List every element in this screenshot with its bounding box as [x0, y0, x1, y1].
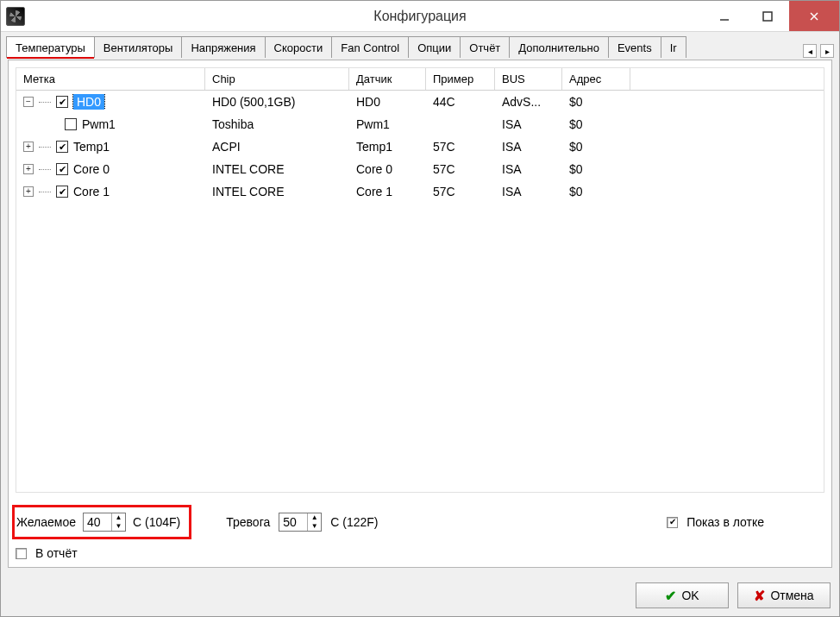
cell-bus: ISA	[495, 185, 562, 198]
report-checkbox[interactable]	[16, 548, 27, 559]
table-row[interactable]: −HD0HD0 (500,1GB)HD044CAdvS...$0	[16, 91, 824, 113]
cell-sample: 44C	[426, 95, 495, 109]
cell-sample: 57C	[426, 140, 495, 154]
column-header[interactable]: Пример	[426, 68, 495, 90]
alarm-input[interactable]	[279, 513, 307, 531]
cell-chip: Toshiba	[205, 117, 349, 131]
tab-опции[interactable]: Опции	[408, 36, 461, 58]
column-header[interactable]: Датчик	[349, 68, 426, 90]
tray-label: Показ в лотке	[686, 515, 764, 529]
table-row[interactable]: +Core 0INTEL CORECore 057CISA$0	[16, 158, 824, 180]
cell-bus: ISA	[495, 162, 562, 176]
tab-скорости[interactable]: Скорости	[265, 36, 333, 58]
desired-unit: C (104F)	[133, 515, 180, 529]
desired-label: Желаемое	[16, 515, 76, 529]
expand-icon[interactable]: +	[23, 164, 34, 174]
cell-sensor: Core 0	[349, 162, 426, 176]
tab-panel: МеткаChipДатчикПримерBUSАдрес −HD0HD0 (5…	[8, 60, 832, 568]
cancel-label: Отмена	[770, 589, 813, 602]
tab-дополнительно[interactable]: Дополнительно	[509, 36, 609, 58]
svg-rect-1	[763, 12, 772, 21]
column-header[interactable]: BUS	[495, 68, 562, 90]
tab-scroll: ◂ ▸	[803, 44, 839, 58]
tab-ir[interactable]: Ir	[661, 36, 686, 58]
desired-spin-buttons: ▲ ▼	[111, 513, 125, 531]
table-row[interactable]: +Core 1INTEL CORECore 157CISA$0	[16, 180, 824, 203]
alarm-spin-down[interactable]: ▼	[308, 522, 321, 531]
dialog-footer: ✔ OK ✘ Отмена	[1, 575, 839, 616]
sensor-list-panel: МеткаChipДатчикПримерBUSАдрес −HD0HD0 (5…	[16, 67, 824, 493]
tab-strip: ТемпературыВентиляторыНапряженияСкорости…	[1, 32, 839, 58]
alarm-spinner[interactable]: ▲ ▼	[279, 513, 322, 532]
table-body[interactable]: −HD0HD0 (500,1GB)HD044CAdvS...$0Pwm1Tosh…	[16, 91, 824, 492]
cell-address: $0	[562, 95, 630, 109]
alarm-spin-up[interactable]: ▲	[308, 513, 321, 522]
row-label: Core 1	[73, 185, 110, 198]
tray-checkbox[interactable]	[667, 517, 678, 528]
desired-spin-up[interactable]: ▲	[112, 513, 125, 522]
options-line-2: В отчёт	[16, 546, 824, 560]
desired-input[interactable]	[84, 513, 111, 531]
close-button[interactable]	[789, 1, 839, 31]
tab-scroll-right[interactable]: ▸	[820, 44, 834, 58]
cell-chip: INTEL CORE	[205, 162, 349, 176]
cell-sensor: HD0	[349, 95, 426, 109]
cell-bus: AdvS...	[495, 95, 562, 109]
cell-address: $0	[562, 117, 630, 131]
cell-address: $0	[562, 140, 630, 154]
expand-icon[interactable]: +	[23, 186, 34, 197]
row-checkbox[interactable]	[56, 186, 68, 198]
cancel-button[interactable]: ✘ Отмена	[737, 582, 831, 608]
report-label: В отчёт	[35, 546, 78, 560]
alarm-spin-buttons: ▲ ▼	[307, 513, 321, 531]
tab-напряжения[interactable]: Напряжения	[181, 36, 265, 58]
row-checkbox[interactable]	[56, 141, 68, 153]
options-line-1: Желаемое ▲ ▼ C (104F) Тревога	[16, 505, 824, 539]
tab-отчёт[interactable]: Отчёт	[460, 36, 510, 58]
expand-icon[interactable]: +	[23, 142, 34, 152]
tab-fan control[interactable]: Fan Control	[331, 36, 409, 58]
ok-button[interactable]: ✔ OK	[636, 582, 729, 608]
app-icon	[6, 7, 25, 26]
alarm-label: Тревога	[226, 515, 270, 529]
cell-bus: ISA	[495, 117, 562, 131]
tab-температуры[interactable]: Температуры	[6, 36, 95, 58]
row-label: Temp1	[73, 140, 110, 154]
tab-вентиляторы[interactable]: Вентиляторы	[94, 36, 183, 58]
alarm-unit: C (122F)	[330, 515, 378, 529]
table-row[interactable]: Pwm1ToshibaPwm1ISA$0	[16, 113, 824, 135]
check-icon: ✔	[665, 588, 676, 604]
desired-spinner[interactable]: ▲ ▼	[83, 513, 126, 532]
cell-sample: 57C	[426, 185, 495, 198]
minimize-icon	[718, 10, 730, 22]
tab-events[interactable]: Events	[608, 36, 661, 58]
x-icon: ✘	[754, 588, 765, 604]
row-checkbox[interactable]	[65, 118, 77, 130]
table-header: МеткаChipДатчикПримерBUSАдрес	[16, 68, 824, 91]
cell-chip: HD0 (500,1GB)	[205, 95, 349, 109]
column-header[interactable]: Chip	[205, 68, 349, 90]
options-area: Желаемое ▲ ▼ C (104F) Тревога	[9, 500, 831, 567]
cell-sensor: Pwm1	[349, 117, 426, 131]
minimize-button[interactable]	[703, 1, 746, 31]
cell-address: $0	[562, 185, 630, 198]
cell-address: $0	[562, 162, 630, 176]
row-label: Core 0	[73, 162, 110, 176]
cell-sensor: Temp1	[349, 140, 426, 154]
collapse-icon[interactable]: −	[23, 97, 34, 107]
column-header[interactable]: Метка	[16, 68, 205, 90]
cell-sample: 57C	[426, 162, 495, 176]
window-controls	[703, 1, 839, 31]
cell-sensor: Core 1	[349, 185, 426, 198]
desired-spin-down[interactable]: ▼	[112, 522, 125, 531]
table-row[interactable]: +Temp1ACPITemp157CISA$0	[16, 135, 824, 158]
tab-scroll-left[interactable]: ◂	[803, 44, 817, 58]
desired-highlight: Желаемое ▲ ▼ C (104F)	[12, 505, 191, 539]
row-checkbox[interactable]	[56, 96, 68, 108]
config-window: Конфигурация ТемпературыВентиляторыНапря…	[0, 0, 840, 617]
column-header[interactable]: Адрес	[562, 68, 630, 90]
cell-chip: INTEL CORE	[205, 185, 349, 198]
maximize-icon	[762, 10, 774, 22]
row-checkbox[interactable]	[56, 163, 68, 175]
maximize-button[interactable]	[746, 1, 789, 31]
